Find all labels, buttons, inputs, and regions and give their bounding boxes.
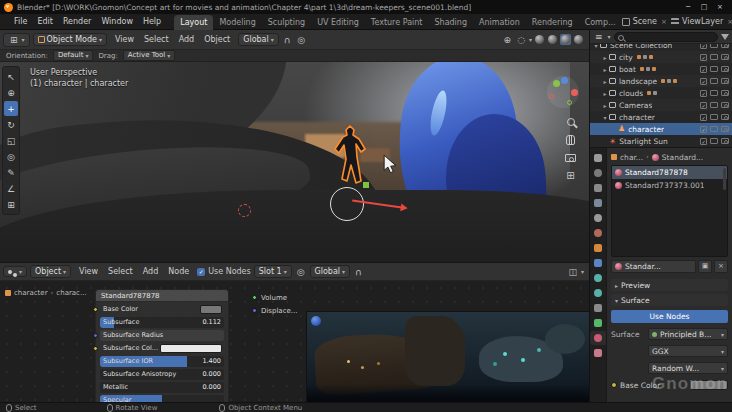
tool-move[interactable]: + — [4, 101, 18, 116]
viewport-menu-view[interactable]: View — [110, 32, 139, 47]
exclude-checkbox-icon[interactable]: ✓ — [700, 114, 707, 121]
outliner-row-scene-collection[interactable]: ▾Scene Collection✓ — [590, 44, 732, 51]
camera-view-icon[interactable] — [565, 154, 576, 162]
expand-icon[interactable]: ▾ — [601, 114, 609, 121]
node-input-subsurface-col[interactable]: Subsurface Col... — [100, 343, 224, 354]
node-input-base-color[interactable]: Base Color — [100, 304, 224, 315]
close-button[interactable]: × — [712, 3, 728, 11]
surface-shader-dropdown[interactable]: Principled B... ▾ — [648, 328, 728, 340]
drag-value-dropdown[interactable]: Active Tool▾ — [123, 50, 176, 61]
node-input-subsurface-radius[interactable]: Subsurface Radius — [100, 330, 224, 341]
properties-tab-object-data[interactable] — [590, 316, 606, 330]
disable-viewport-icon[interactable] — [710, 66, 718, 72]
disable-viewport-icon[interactable] — [710, 138, 718, 144]
use-nodes-checkbox[interactable]: ✓ — [197, 268, 205, 276]
scene-selector[interactable]: Scene — [633, 17, 657, 26]
disable-viewport-icon[interactable] — [710, 102, 718, 108]
magnet-snap-icon[interactable]: ∩ — [353, 267, 364, 277]
exclude-checkbox-icon[interactable]: ✓ — [700, 90, 707, 97]
shading-solid-button[interactable] — [547, 34, 558, 45]
viewport-menu-select[interactable]: Select — [139, 32, 174, 47]
workspace-tab-rendering[interactable]: Rendering — [526, 15, 579, 30]
tool-select[interactable]: ↖ — [4, 69, 18, 84]
properties-tab-constraints[interactable] — [590, 301, 606, 315]
outliner-row-starlight-sun[interactable]: ☀Starlight Sun✓ — [590, 135, 732, 147]
output-input-displace[interactable]: Displace... — [252, 304, 298, 317]
outliner-search-input[interactable] — [614, 32, 718, 42]
tool-rotate[interactable]: ↻ — [4, 117, 18, 132]
viewlayer-selector[interactable]: ViewLayer — [682, 17, 723, 26]
shader-type-dropdown[interactable]: Object▾ — [30, 265, 71, 278]
expand-icon[interactable]: ▸ — [601, 102, 609, 109]
shader-menu-select[interactable]: Select — [103, 264, 138, 279]
material-slot-standard787878[interactable]: Standard787878 — [612, 166, 727, 179]
gizmo-plane-handle[interactable] — [363, 182, 369, 188]
exclude-checkbox-icon[interactable]: ✓ — [700, 78, 707, 85]
viewlayer-unlink-icon[interactable]: × — [726, 18, 732, 26]
properties-tab-modifiers[interactable] — [590, 256, 606, 270]
y-axis-dot[interactable] — [553, 80, 560, 87]
disable-viewport-icon[interactable] — [710, 126, 718, 132]
disable-render-icon[interactable] — [721, 54, 729, 60]
exclude-checkbox-icon[interactable]: ✓ — [700, 66, 707, 73]
properties-tab-physics[interactable] — [590, 286, 606, 300]
disable-render-icon[interactable] — [721, 114, 729, 120]
tool-add-cube[interactable]: ⊞ — [4, 197, 18, 212]
workspace-tab-comp[interactable]: Comp... — [579, 15, 622, 30]
outliner-row-city[interactable]: ▸city✓ — [590, 51, 732, 63]
tool-annotate[interactable]: ✎ — [4, 165, 18, 180]
node-header[interactable]: Standard787878 — [96, 290, 228, 302]
menu-edit[interactable]: Edit — [32, 14, 58, 29]
menu-render[interactable]: Render — [58, 14, 96, 29]
snap-orientation-dropdown[interactable]: Global▾ — [310, 265, 351, 278]
properties-tab-material[interactable] — [590, 331, 606, 345]
maximize-button[interactable]: □ — [696, 3, 712, 11]
outliner-display-dropdown[interactable]: ≡ — [593, 32, 605, 42]
outliner-row-character[interactable]: ♟character✓ — [590, 123, 732, 135]
z-axis-dot[interactable] — [561, 77, 568, 84]
exclude-checkbox-icon[interactable]: ✓ — [700, 102, 707, 109]
minimize-button[interactable]: ─ — [680, 3, 696, 11]
expand-icon[interactable]: ▸ — [601, 90, 609, 97]
proportional-edit-icon[interactable]: ◎ — [295, 35, 307, 45]
disable-viewport-icon[interactable] — [710, 90, 718, 96]
overlay-icon[interactable]: ◫ — [566, 267, 579, 277]
disable-viewport-icon[interactable] — [710, 44, 718, 48]
disable-render-icon[interactable] — [721, 66, 729, 72]
show-overlays-icon[interactable]: ◌ — [515, 35, 527, 45]
slot-dropdown[interactable]: Slot 1▾ — [254, 265, 292, 278]
tool-scale[interactable]: ◱ — [4, 133, 18, 148]
principled-bsdf-node[interactable]: Standard787878 Base ColorSubsurface0.112… — [95, 289, 229, 402]
tool-measure[interactable]: ∠ — [4, 181, 18, 196]
outliner-row-boat[interactable]: ▸boat✓ — [590, 63, 732, 75]
zoom-icon[interactable] — [567, 118, 575, 126]
use-nodes-button[interactable]: Use Nodes — [611, 310, 728, 323]
scene-unlink-icon[interactable]: × — [660, 18, 668, 26]
menu-file[interactable]: File — [9, 14, 32, 29]
surface-section-header[interactable]: ▾ Surface — [611, 294, 728, 306]
workspace-tab-layout[interactable]: Layout — [174, 15, 213, 30]
node-input-metallic[interactable]: Metallic0.000 — [100, 382, 224, 393]
node-input-specular[interactable]: Specular — [100, 395, 224, 402]
workspace-tab-animation[interactable]: Animation — [473, 15, 526, 30]
pin-icon[interactable]: ◎ — [295, 267, 307, 277]
menu-window[interactable]: Window — [96, 14, 138, 29]
exclude-checkbox-icon[interactable]: ✓ — [700, 138, 707, 145]
workspace-tab-modeling[interactable]: Modeling — [213, 15, 261, 30]
properties-tab-view-layer[interactable] — [590, 196, 606, 210]
menu-help[interactable]: Help — [138, 14, 166, 29]
viewport-menu-add[interactable]: Add — [174, 32, 200, 47]
distribution-dropdown[interactable]: GGX ▾ — [648, 345, 728, 357]
editor-type-dropdown[interactable]: ⊞▾ — [3, 33, 30, 47]
shader-menu-add[interactable]: Add — [138, 264, 164, 279]
preview-section-header[interactable]: ▸ Preview — [611, 279, 728, 291]
scrollbar[interactable] — [723, 168, 726, 190]
editor-type-dropdown[interactable]: ▾ — [3, 266, 27, 277]
disable-viewport-icon[interactable] — [710, 78, 718, 84]
material-slot-standard737373-001[interactable]: Standard737373.001 — [612, 179, 727, 192]
tool-cursor[interactable]: ⊕ — [4, 85, 18, 100]
color-swatch[interactable] — [160, 344, 222, 353]
disable-render-icon[interactable] — [721, 44, 729, 48]
viewport-menu-object[interactable]: Object — [199, 32, 235, 47]
disable-viewport-icon[interactable] — [710, 114, 718, 120]
